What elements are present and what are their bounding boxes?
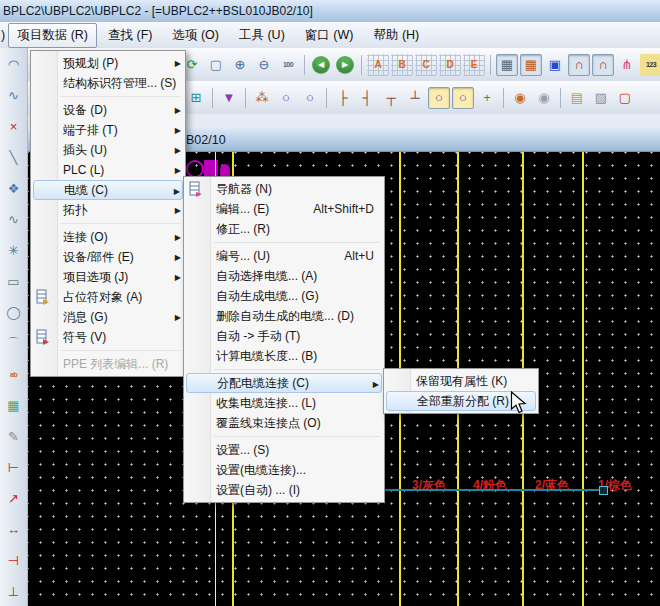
text-ab-icon[interactable]: ab [3,363,25,385]
menu-item-plc[interactable]: PLC (L) ▶ [31,160,185,180]
menu-item-terminal-strips[interactable]: 端子排 (T) ▶ [31,120,185,140]
menu-item-cables[interactable]: 电缆 (C) ▶ [33,180,183,200]
menu-item-keep-existing-properties[interactable]: 保留现有属性 (K) [384,371,538,391]
polyline-nodes-icon[interactable]: ❖ [3,177,25,199]
magnet-h-icon[interactable]: ∩ [568,54,590,76]
menu-item-correct[interactable]: 修正... (R) [184,219,384,239]
delete-icon[interactable]: × [3,115,25,137]
menu-item-numbering[interactable]: 编号... (U) Alt+U [184,246,384,266]
dimension-icon[interactable]: ⊢ [3,456,25,478]
menu-item-navigator[interactable]: 导航器 (N) [184,179,384,199]
t-node-right-icon[interactable]: ├ [332,87,354,109]
menu-item-parts[interactable]: 设备/部件 (E) ▶ [31,247,185,267]
window-red-icon[interactable]: ▢ [614,87,636,109]
junction-point-2-icon[interactable]: ○ [452,87,474,109]
menu-item-collect-cable-connection[interactable]: 收集电缆连接... (L) [184,393,384,413]
menu-item-options[interactable]: 选项 (O) [163,23,228,48]
menu-item-project-options[interactable]: 项目选项 (J) ▶ [31,267,185,287]
arc-icon[interactable]: ⌒ [3,332,25,354]
junction-point-1-icon[interactable]: ○ [428,87,450,109]
page-back-icon[interactable]: ◀ [312,56,330,74]
menu-item-project-data[interactable]: 项目数据 (R) [8,23,97,48]
cable-color-label[interactable]: 4/粉色 [473,477,507,494]
menu-item-find[interactable]: 查找 (F) [99,23,161,48]
zoom-window-icon[interactable]: ▢ [205,54,227,76]
menu-item-structure-identifier[interactable]: 结构标识符管理... (S) [31,73,185,93]
menu-item-delete-auto-cables[interactable]: 删除自动生成的电缆... (D) [184,306,384,326]
menu-item-messages[interactable]: 消息 (G) ▶ [31,307,185,327]
grid-display-icon[interactable]: ▦ [496,54,518,76]
menu-item-connections[interactable]: 连接 (O) ▶ [31,227,185,247]
zoom-100-icon[interactable]: 100 [277,54,299,76]
submenu-arrow-icon: ▶ [175,126,181,135]
menu-item-edit[interactable]: 编辑... (E) Alt+Shift+D [184,199,384,219]
dimension-chain-icon[interactable]: ⊣ [3,549,25,571]
gauge-gray-icon[interactable]: ◉ [533,87,555,109]
dimension-arrow-icon[interactable]: ↗ [3,487,25,509]
menu-item-topology[interactable]: 拓扑 ▶ [31,200,185,220]
node-edit-icon[interactable]: ✳ [3,239,25,261]
dimension-base-icon[interactable]: ⊥ [3,580,25,602]
zoom-in-icon[interactable]: ⊕ [229,54,251,76]
menu-item-calc-cable-length[interactable]: 计算电缆长度... (B) [184,346,384,366]
grid-d-icon[interactable]: D [439,54,461,76]
bezier-icon[interactable]: ∿ [3,208,25,230]
snap-grid-icon[interactable]: ▦ [520,54,542,76]
gauge-red-icon[interactable]: ◉ [509,87,531,109]
cable-color-label[interactable]: 3/灰色 [412,477,446,494]
potential-connection-icon[interactable]: + [476,87,498,109]
toolbar-separator [503,88,504,108]
menu-item-settings[interactable]: 设置... (S) [184,440,384,460]
connection-point-down-icon[interactable]: ○ [299,87,321,109]
cable-color-label[interactable]: 2/蓝色 [535,477,569,494]
menu-item-assign-cable-connection[interactable]: 分配电缆连接 (C) ▶ [186,373,382,393]
menu-item-window[interactable]: 窗口 (W) [296,23,363,48]
image-icon[interactable]: ▦ [3,394,25,416]
filter-icon[interactable]: ▼ [218,87,240,109]
grid-e-icon[interactable]: E [463,54,485,76]
grid-b-icon[interactable]: B [391,54,413,76]
spline-icon[interactable]: ◠ [3,53,25,75]
object-snap-icon[interactable]: ▣ [544,54,566,76]
window-yellow-icon[interactable]: ▤ [566,87,588,109]
grid-a-icon[interactable]: A [367,54,389,76]
rectangle-icon[interactable]: ▭ [3,270,25,292]
connection-endpoint-handle[interactable] [599,486,608,495]
menu-item-help[interactable]: 帮助 (H) [364,23,428,48]
schematic-symbol-block-2[interactable] [220,164,230,176]
insert-device-icon[interactable]: ⊞ [185,87,207,109]
grid-c-icon[interactable]: C [415,54,437,76]
net-branch-icon[interactable]: ⋔ [616,54,638,76]
menu-item-settings-auto[interactable]: 设置(自动) ... (I) [184,480,384,500]
dimension-h-icon[interactable]: ↔ [3,518,25,540]
cable-connection-line[interactable] [385,489,607,491]
menu-item-auto-generate-cable[interactable]: 自动生成电缆... (G) [184,286,384,306]
connection-point-up-icon[interactable]: ○ [275,87,297,109]
menu-item-symbols[interactable]: 符号 (V) [31,327,185,347]
numbering-123-icon[interactable]: 123 [640,54,660,76]
polyline-icon[interactable]: ∿ [3,84,25,106]
menu-item-auto-select-cable[interactable]: 自动选择电缆... (A) [184,266,384,286]
menu-item-placeholder-objects[interactable]: 占位符对象 (A) [31,287,185,307]
line-icon[interactable]: ╲ [3,146,25,168]
zoom-out-icon[interactable]: ⊖ [253,54,275,76]
t-node-down-icon[interactable]: ┬ [380,87,402,109]
menu-item-override-harness-points[interactable]: 覆盖线束连接点 (O) [184,413,384,433]
document-tab[interactable]: B02/10 [186,133,226,147]
menu-item-partial[interactable]: ) [0,25,7,45]
menu-item-devices[interactable]: 设备 (D) ▶ [31,100,185,120]
t-node-left-icon[interactable]: ┤ [356,87,378,109]
menu-item-plugs[interactable]: 插头 (U) ▶ [31,140,185,160]
menu-item-settings-cable-connection[interactable]: 设置(电缆连接)... [184,460,384,480]
page-forward-icon[interactable]: ▶ [336,56,354,74]
window-stripe-icon[interactable]: ▨ [590,87,612,109]
menu-item-ppe-list-edit[interactable]: PPE 列表编辑... (R) [31,354,185,374]
magnet-v-icon[interactable]: ∩ [592,54,614,76]
menu-item-preplanning[interactable]: 预规划 (P) ▶ [31,53,185,73]
t-node-up-icon[interactable]: ┴ [404,87,426,109]
ellipse-icon[interactable]: ◯ [3,301,25,323]
connection-group-icon[interactable]: ⁂ [251,87,273,109]
menu-item-tools[interactable]: 工具 (U) [230,23,294,48]
menu-item-auto-to-manual[interactable]: 自动 -> 手动 (T) [184,326,384,346]
pencil-icon[interactable]: ✎ [3,425,25,447]
